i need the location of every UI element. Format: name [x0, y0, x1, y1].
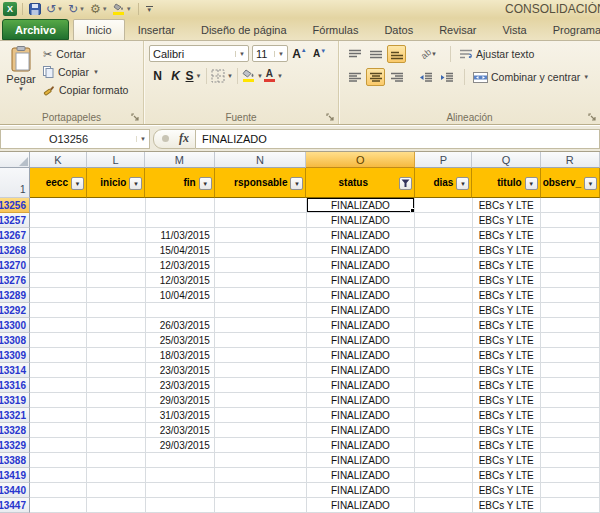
cell-Q13319[interactable]: EBCs Y LTE — [473, 393, 541, 408]
cell-K13300[interactable] — [30, 318, 87, 333]
cell-M13292[interactable] — [146, 303, 215, 318]
cell-N13270[interactable] — [215, 258, 307, 273]
cell-K13419[interactable] — [30, 468, 87, 483]
cell-L13292[interactable] — [87, 303, 145, 318]
cell-N13319[interactable] — [215, 393, 307, 408]
cell-P13292[interactable] — [415, 303, 472, 318]
formula-input[interactable]: FINALIZADO — [196, 129, 600, 149]
cell-Q13309[interactable]: EBCs Y LTE — [473, 348, 541, 363]
cell-K13268[interactable] — [30, 243, 87, 258]
cell-O13314[interactable]: FINALIZADO — [307, 363, 416, 378]
row-header-13300[interactable]: 13300 — [0, 318, 30, 333]
cell-O13289[interactable]: FINALIZADO — [307, 288, 416, 303]
paste-button[interactable]: Pegar ▼ — [2, 44, 40, 110]
cell-P13268[interactable] — [415, 243, 472, 258]
cell-P13309[interactable] — [415, 348, 472, 363]
cell-N13268[interactable] — [215, 243, 307, 258]
cell-L13329[interactable] — [87, 438, 145, 453]
cell-M13300[interactable]: 26/03/2015 — [146, 318, 215, 333]
row-header-13447[interactable]: 13447 — [0, 498, 30, 513]
row-header-13256[interactable]: 13256 — [0, 198, 30, 213]
cell-O13319[interactable]: FINALIZADO — [307, 393, 416, 408]
cell-R13328[interactable] — [541, 423, 600, 438]
cell-R13419[interactable] — [541, 468, 600, 483]
tab-diseño-de-página[interactable]: Diseño de página — [188, 19, 300, 40]
cell-O13419[interactable]: FINALIZADO — [307, 468, 416, 483]
cell-L13314[interactable] — [87, 363, 145, 378]
column-header-K[interactable]: K — [30, 152, 87, 168]
cell-L13257[interactable] — [87, 213, 145, 228]
cell-K13276[interactable] — [30, 273, 87, 288]
cell-R13276[interactable] — [541, 273, 600, 288]
filter-dropdown-icon[interactable]: ▼ — [456, 177, 469, 190]
cell-Q13308[interactable]: EBCs Y LTE — [473, 333, 541, 348]
cell-M13257[interactable] — [146, 213, 215, 228]
cell-N13256[interactable] — [215, 198, 307, 213]
cell-K13388[interactable] — [30, 453, 87, 468]
cell-M13308[interactable]: 25/03/2015 — [146, 333, 215, 348]
cell-M13276[interactable]: 12/03/2015 — [146, 273, 215, 288]
cell-R13309[interactable] — [541, 348, 600, 363]
cell-R13270[interactable] — [541, 258, 600, 273]
cell-N13388[interactable] — [215, 453, 307, 468]
cell-K13257[interactable] — [30, 213, 87, 228]
cell-N13321[interactable] — [215, 408, 307, 423]
cell-K13270[interactable] — [30, 258, 87, 273]
cell-O13300[interactable]: FINALIZADO — [307, 318, 416, 333]
cell-N13329[interactable] — [215, 438, 307, 453]
cell-K13314[interactable] — [30, 363, 87, 378]
column-header-N[interactable]: N — [215, 152, 307, 168]
align-right-button[interactable] — [387, 68, 406, 86]
cell-O13256[interactable]: FINALIZADO — [307, 198, 416, 213]
cell-P13440[interactable] — [415, 483, 472, 498]
cell-P13319[interactable] — [415, 393, 472, 408]
cell-M13270[interactable]: 12/03/2015 — [146, 258, 215, 273]
cell-L13316[interactable] — [87, 378, 145, 393]
tab-inicio[interactable]: Inicio — [73, 19, 125, 40]
cell-O13316[interactable]: FINALIZADO — [307, 378, 416, 393]
cell-R13319[interactable] — [541, 393, 600, 408]
shrink-font-button[interactable]: A▼ — [311, 45, 328, 62]
cell-K13289[interactable] — [30, 288, 87, 303]
cell-Q13276[interactable]: EBCs Y LTE — [473, 273, 541, 288]
cell-P13314[interactable] — [415, 363, 472, 378]
cell-O13257[interactable]: FINALIZADO — [307, 213, 416, 228]
row-header-13314[interactable]: 13314 — [0, 363, 30, 378]
cell-L13268[interactable] — [87, 243, 145, 258]
cell-N13289[interactable] — [215, 288, 307, 303]
cell-P13388[interactable] — [415, 453, 472, 468]
cell-K13309[interactable] — [30, 348, 87, 363]
row-header-13270[interactable]: 13270 — [0, 258, 30, 273]
cell-K13319[interactable] — [30, 393, 87, 408]
merge-center-button[interactable]: Combinar y centrar ▼ — [473, 71, 589, 83]
row-header-13289[interactable]: 13289 — [0, 288, 30, 303]
select-all-corner[interactable] — [0, 152, 30, 168]
cell-O13329[interactable]: FINALIZADO — [307, 438, 416, 453]
name-box[interactable]: O13256 ▼ — [0, 129, 150, 149]
bold-button[interactable]: N — [149, 67, 166, 84]
customize-toolbar-icon[interactable]: ▼ — [146, 6, 153, 12]
row-header-13267[interactable]: 13267 — [0, 228, 30, 243]
cell-N13257[interactable] — [215, 213, 307, 228]
cell-P13276[interactable] — [415, 273, 472, 288]
cell-O13388[interactable]: FINALIZADO — [307, 453, 416, 468]
align-middle-button[interactable] — [366, 45, 385, 63]
filter-dropdown-icon[interactable]: ▼ — [199, 177, 212, 190]
align-top-button[interactable] — [345, 45, 364, 63]
cell-R13440[interactable] — [541, 483, 600, 498]
cell-Q13388[interactable]: EBCs Y LTE — [473, 453, 541, 468]
row-header-13316[interactable]: 13316 — [0, 378, 30, 393]
cell-N13328[interactable] — [215, 423, 307, 438]
copy-dropdown-icon[interactable]: ▼ — [93, 69, 99, 75]
row-header-13292[interactable]: 13292 — [0, 303, 30, 318]
cell-P13447[interactable] — [415, 498, 472, 513]
cell-N13267[interactable] — [215, 228, 307, 243]
cell-K13308[interactable] — [30, 333, 87, 348]
cell-M13256[interactable] — [146, 198, 215, 213]
cell-M13309[interactable]: 18/03/2015 — [146, 348, 215, 363]
cell-O13321[interactable]: FINALIZADO — [307, 408, 416, 423]
cell-O13292[interactable]: FINALIZADO — [307, 303, 416, 318]
cell-N13309[interactable] — [215, 348, 307, 363]
tools-icon[interactable]: ⚙▼ — [89, 1, 109, 17]
name-box-dropdown-icon[interactable]: ▼ — [136, 136, 149, 142]
